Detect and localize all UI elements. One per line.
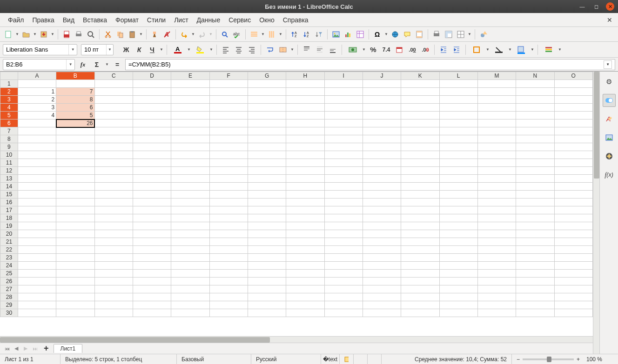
tab-next-button[interactable]: ▶ bbox=[21, 344, 30, 353]
cell-E12[interactable] bbox=[171, 167, 209, 175]
valign-top-button[interactable] bbox=[301, 44, 313, 56]
cell-I29[interactable] bbox=[324, 301, 363, 309]
cell-E16[interactable] bbox=[171, 199, 209, 206]
cell-C27[interactable] bbox=[94, 285, 133, 293]
cell-C26[interactable] bbox=[94, 278, 133, 285]
align-center-button[interactable] bbox=[233, 44, 245, 56]
cell-L3[interactable] bbox=[439, 96, 477, 104]
cell-J13[interactable] bbox=[363, 175, 401, 183]
cell-G26[interactable] bbox=[248, 278, 286, 285]
cell-E6[interactable] bbox=[171, 119, 209, 127]
cell-A20[interactable] bbox=[18, 230, 56, 238]
cell-O14[interactable] bbox=[554, 183, 592, 191]
cell-I3[interactable] bbox=[324, 96, 363, 104]
cell-B8[interactable] bbox=[56, 135, 94, 143]
cell-C4[interactable] bbox=[94, 104, 133, 112]
cell-L10[interactable] bbox=[439, 151, 477, 159]
cell-M30[interactable] bbox=[477, 309, 516, 317]
cell-L16[interactable] bbox=[439, 199, 477, 206]
cell-N7[interactable] bbox=[516, 127, 554, 135]
cell-F14[interactable] bbox=[209, 183, 248, 191]
cell-E14[interactable] bbox=[171, 183, 209, 191]
cell-J25[interactable] bbox=[363, 270, 401, 278]
cell-A30[interactable] bbox=[18, 309, 56, 317]
cell-F21[interactable] bbox=[209, 238, 248, 246]
menu-данные[interactable]: Данные bbox=[193, 14, 225, 26]
formula-equals-button[interactable]: = bbox=[111, 59, 123, 71]
redo-dropdown[interactable]: ▼ bbox=[208, 32, 213, 36]
font-size-dropdown-icon[interactable]: ▼ bbox=[106, 45, 113, 55]
number-format-button[interactable]: 7.4 bbox=[380, 44, 392, 56]
cell-E28[interactable] bbox=[171, 293, 209, 301]
cell-H6[interactable] bbox=[286, 119, 324, 127]
cell-N13[interactable] bbox=[516, 175, 554, 183]
cell-I6[interactable] bbox=[324, 119, 363, 127]
cell-G1[interactable] bbox=[248, 80, 286, 88]
cell-O20[interactable] bbox=[554, 230, 592, 238]
cell-J7[interactable] bbox=[363, 127, 401, 135]
define-print-area-button[interactable] bbox=[431, 29, 442, 40]
cell-F17[interactable] bbox=[209, 206, 248, 214]
cell-I30[interactable] bbox=[324, 309, 363, 317]
cell-K19[interactable] bbox=[401, 222, 439, 230]
minimize-button[interactable]: — bbox=[578, 2, 586, 11]
cell-O17[interactable] bbox=[554, 206, 592, 214]
cell-N25[interactable] bbox=[516, 270, 554, 278]
cell-N3[interactable] bbox=[516, 96, 554, 104]
column-header-D[interactable]: D bbox=[133, 72, 171, 80]
cell-F4[interactable] bbox=[209, 104, 248, 112]
cell-M26[interactable] bbox=[477, 278, 516, 285]
cell-I5[interactable] bbox=[324, 112, 363, 119]
cell-A27[interactable] bbox=[18, 285, 56, 293]
cell-N5[interactable] bbox=[516, 112, 554, 119]
font-color-button[interactable]: A bbox=[170, 44, 186, 56]
cell-M5[interactable] bbox=[477, 112, 516, 119]
cell-F15[interactable] bbox=[209, 191, 248, 199]
cell-K8[interactable] bbox=[401, 135, 439, 143]
column-header-M[interactable]: M bbox=[477, 72, 516, 80]
split-window-button[interactable] bbox=[455, 29, 466, 40]
cell-E4[interactable] bbox=[171, 104, 209, 112]
cell-M13[interactable] bbox=[477, 175, 516, 183]
status-language[interactable]: Русский bbox=[251, 354, 321, 364]
cell-O12[interactable] bbox=[554, 167, 592, 175]
cell-M18[interactable] bbox=[477, 214, 516, 222]
cell-L22[interactable] bbox=[439, 246, 477, 254]
sidebar-settings-icon[interactable]: ⚙ bbox=[603, 75, 616, 88]
cell-F22[interactable] bbox=[209, 246, 248, 254]
cell-A9[interactable] bbox=[18, 143, 56, 151]
sheet-tab[interactable]: Лист1 bbox=[54, 344, 83, 353]
export-pdf-button[interactable] bbox=[61, 29, 72, 40]
cell-J19[interactable] bbox=[363, 222, 401, 230]
cell-A29[interactable] bbox=[18, 301, 56, 309]
cell-H3[interactable] bbox=[286, 96, 324, 104]
cell-K21[interactable] bbox=[401, 238, 439, 246]
cell-K26[interactable] bbox=[401, 278, 439, 285]
cell-A28[interactable] bbox=[18, 293, 56, 301]
cell-H10[interactable] bbox=[286, 151, 324, 159]
sum-button[interactable]: Σ bbox=[91, 59, 103, 71]
cell-M6[interactable] bbox=[477, 119, 516, 127]
cell-L13[interactable] bbox=[439, 175, 477, 183]
cell-B3[interactable]: 8 bbox=[56, 96, 94, 104]
cell-H21[interactable] bbox=[286, 238, 324, 246]
cell-F12[interactable] bbox=[209, 167, 248, 175]
cell-O4[interactable] bbox=[554, 104, 592, 112]
row-header-12[interactable]: 12 bbox=[0, 167, 18, 175]
cell-F13[interactable] bbox=[209, 175, 248, 183]
cell-H5[interactable] bbox=[286, 112, 324, 119]
cell-G8[interactable] bbox=[248, 135, 286, 143]
cell-F18[interactable] bbox=[209, 214, 248, 222]
cell-L17[interactable] bbox=[439, 206, 477, 214]
tab-last-button[interactable]: ⏭ bbox=[31, 344, 39, 353]
cell-G17[interactable] bbox=[248, 206, 286, 214]
cell-C11[interactable] bbox=[94, 159, 133, 167]
column-header-F[interactable]: F bbox=[209, 72, 248, 80]
column-dropdown[interactable]: ▼ bbox=[278, 32, 283, 36]
cell-C9[interactable] bbox=[94, 143, 133, 151]
cell-B23[interactable] bbox=[56, 254, 94, 262]
cell-O3[interactable] bbox=[554, 96, 592, 104]
cell-F6[interactable] bbox=[209, 119, 248, 127]
cell-H9[interactable] bbox=[286, 143, 324, 151]
cell-M28[interactable] bbox=[477, 293, 516, 301]
